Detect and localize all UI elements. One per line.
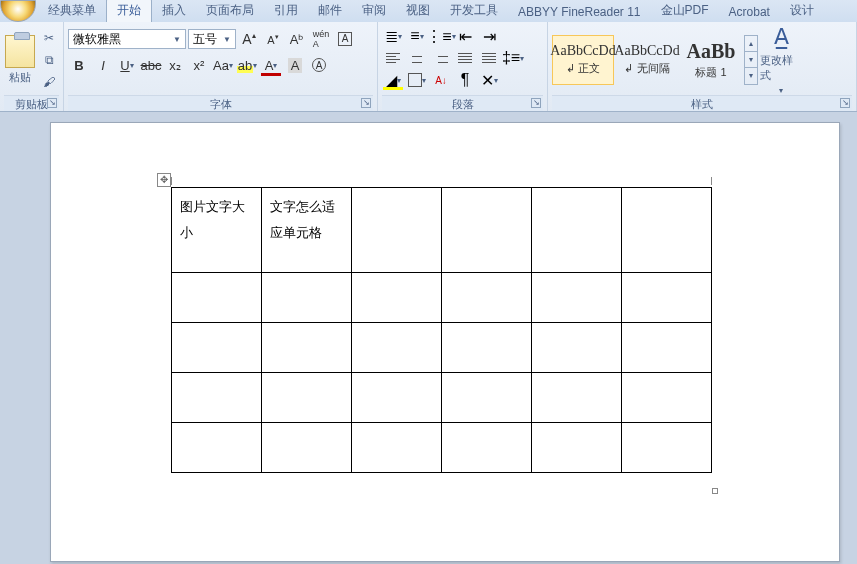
table-resize-handle[interactable] bbox=[712, 488, 718, 494]
sort-button[interactable]: A↓ bbox=[430, 70, 452, 90]
table-cell[interactable] bbox=[622, 188, 712, 273]
grow-font-button[interactable]: A▴ bbox=[238, 28, 260, 50]
superscript-button[interactable]: x² bbox=[188, 54, 210, 76]
table-cell[interactable] bbox=[622, 273, 712, 323]
bullet-list-button[interactable]: ≣▾ bbox=[382, 26, 404, 46]
table-cell[interactable] bbox=[352, 423, 442, 473]
styles-launcher[interactable]: ↘ bbox=[840, 98, 850, 108]
line-spacing-button[interactable]: ‡≡▾ bbox=[502, 48, 524, 68]
multilevel-list-button[interactable]: ⋮≡▾ bbox=[430, 26, 452, 46]
font-size-select[interactable]: 五号▼ bbox=[188, 29, 236, 49]
tab-abbyy[interactable]: ABBYY FineReader 11 bbox=[508, 2, 651, 22]
character-border-button[interactable]: A bbox=[334, 28, 356, 50]
tab-developer[interactable]: 开发工具 bbox=[440, 0, 508, 22]
subscript-button[interactable]: x₂ bbox=[164, 54, 186, 76]
table-row[interactable] bbox=[172, 273, 712, 323]
tab-review[interactable]: 审阅 bbox=[352, 0, 396, 22]
tab-acrobat[interactable]: Acrobat bbox=[719, 2, 780, 22]
table-cell[interactable]: 图片文字大小 bbox=[172, 188, 262, 273]
table-cell[interactable] bbox=[622, 323, 712, 373]
tab-classic-menu[interactable]: 经典菜单 bbox=[38, 0, 106, 22]
table-row[interactable] bbox=[172, 423, 712, 473]
font-name-select[interactable]: 微软雅黑▼ bbox=[68, 29, 186, 49]
shading-button[interactable]: ◢▾ bbox=[382, 70, 404, 90]
table-cell[interactable] bbox=[442, 188, 532, 273]
table-cell[interactable] bbox=[532, 188, 622, 273]
table-cell[interactable] bbox=[352, 323, 442, 373]
tab-page-layout[interactable]: 页面布局 bbox=[196, 0, 264, 22]
tab-mailings[interactable]: 邮件 bbox=[308, 0, 352, 22]
table-move-handle[interactable]: ✥ bbox=[157, 173, 171, 187]
tab-home[interactable]: 开始 bbox=[106, 0, 152, 22]
table-cell[interactable] bbox=[442, 273, 532, 323]
gallery-down[interactable]: ▾ bbox=[745, 52, 757, 68]
strikethrough-button[interactable]: abc bbox=[140, 54, 162, 76]
table-cell[interactable] bbox=[172, 423, 262, 473]
shrink-font-button[interactable]: A▾ bbox=[262, 28, 284, 50]
asian-layout-button[interactable]: ✕▾ bbox=[478, 70, 500, 90]
phonetic-guide-button[interactable]: wénA bbox=[310, 28, 332, 50]
format-painter-button[interactable]: 🖌 bbox=[39, 73, 59, 91]
borders-button[interactable]: ▾ bbox=[406, 70, 428, 90]
justify-button[interactable] bbox=[454, 48, 476, 68]
tab-view[interactable]: 视图 bbox=[396, 0, 440, 22]
change-styles-button[interactable]: A̲ 更改样式 ▾ bbox=[760, 30, 802, 90]
tab-references[interactable]: 引用 bbox=[264, 0, 308, 22]
numbered-list-button[interactable]: ≡▾ bbox=[406, 26, 428, 46]
table-cell[interactable] bbox=[532, 373, 622, 423]
table-cell[interactable] bbox=[352, 373, 442, 423]
table-cell[interactable] bbox=[262, 273, 352, 323]
page[interactable]: ✥ 图片文字大小 文字怎么适应单元格 bbox=[50, 122, 840, 562]
tab-jinshan-pdf[interactable]: 金山PDF bbox=[651, 0, 719, 22]
table-row[interactable]: 图片文字大小 文字怎么适应单元格 bbox=[172, 188, 712, 273]
character-shading-button[interactable]: A bbox=[284, 54, 306, 76]
table-cell[interactable] bbox=[532, 273, 622, 323]
table-cell[interactable] bbox=[442, 373, 532, 423]
increase-indent-button[interactable]: ⇥ bbox=[478, 26, 500, 46]
highlight-button[interactable]: ab▾ bbox=[236, 54, 258, 76]
bold-button[interactable]: B bbox=[68, 54, 90, 76]
paragraph-launcher[interactable]: ↘ bbox=[531, 98, 541, 108]
table-cell[interactable] bbox=[172, 273, 262, 323]
align-right-button[interactable] bbox=[430, 48, 452, 68]
paste-button[interactable]: 粘贴 bbox=[4, 35, 35, 85]
table-row[interactable] bbox=[172, 323, 712, 373]
copy-button[interactable]: ⧉ bbox=[39, 51, 59, 69]
tab-design[interactable]: 设计 bbox=[780, 0, 824, 22]
show-marks-button[interactable]: ¶ bbox=[454, 70, 476, 90]
table-cell[interactable] bbox=[172, 323, 262, 373]
table-cell[interactable] bbox=[352, 188, 442, 273]
tab-insert[interactable]: 插入 bbox=[152, 0, 196, 22]
table-cell[interactable] bbox=[442, 323, 532, 373]
table-cell[interactable] bbox=[532, 423, 622, 473]
table-cell[interactable] bbox=[262, 373, 352, 423]
table-cell[interactable]: 文字怎么适应单元格 bbox=[262, 188, 352, 273]
change-case-button[interactable]: Aa▾ bbox=[212, 54, 234, 76]
underline-button[interactable]: U▾ bbox=[116, 54, 138, 76]
table-cell[interactable] bbox=[442, 423, 532, 473]
table-row[interactable] bbox=[172, 373, 712, 423]
font-color-button[interactable]: A▾ bbox=[260, 54, 282, 76]
align-left-button[interactable] bbox=[382, 48, 404, 68]
table-cell[interactable] bbox=[532, 323, 622, 373]
style-normal[interactable]: AaBbCcDd ↲ 正文 bbox=[552, 35, 614, 85]
table-cell[interactable] bbox=[262, 323, 352, 373]
italic-button[interactable]: I bbox=[92, 54, 114, 76]
clipboard-launcher[interactable]: ↘ bbox=[47, 98, 57, 108]
cut-button[interactable]: ✂ bbox=[39, 29, 59, 47]
table-cell[interactable] bbox=[622, 373, 712, 423]
clear-formatting-button[interactable]: Aᵇ bbox=[286, 28, 308, 50]
table-cell[interactable] bbox=[352, 273, 442, 323]
document-table[interactable]: 图片文字大小 文字怎么适应单元格 bbox=[171, 187, 712, 473]
enclose-characters-button[interactable]: A bbox=[308, 54, 330, 76]
distributed-button[interactable] bbox=[478, 48, 500, 68]
style-heading-1[interactable]: AaBb 标题 1 bbox=[680, 35, 742, 85]
gallery-more[interactable]: ▾ bbox=[745, 68, 757, 84]
table-cell[interactable] bbox=[622, 423, 712, 473]
table-cell[interactable] bbox=[262, 423, 352, 473]
align-center-button[interactable] bbox=[406, 48, 428, 68]
font-launcher[interactable]: ↘ bbox=[361, 98, 371, 108]
gallery-up[interactable]: ▴ bbox=[745, 36, 757, 52]
style-no-spacing[interactable]: AaBbCcDd ↲ 无间隔 bbox=[616, 35, 678, 85]
table-cell[interactable] bbox=[172, 373, 262, 423]
